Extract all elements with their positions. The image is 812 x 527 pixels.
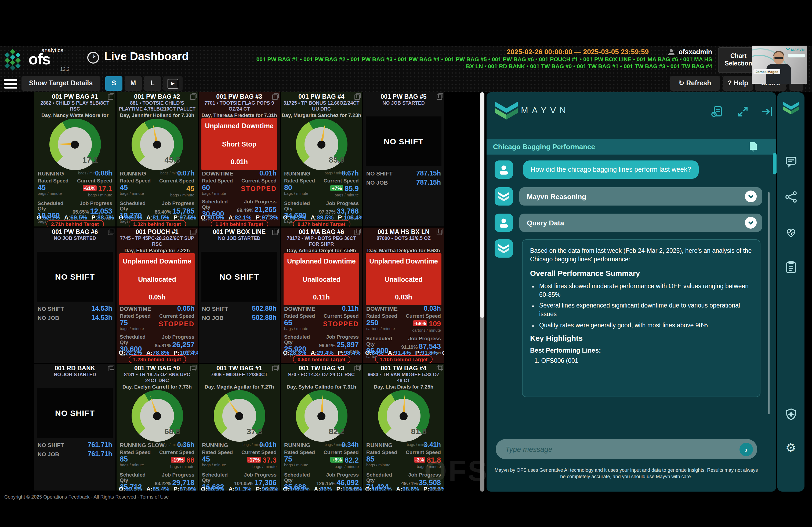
expand-panel-icon[interactable] [736,105,749,118]
rated-speed-unit: bags / minute [120,192,155,196]
tile-product: 7745 • TP 45PC-28.2OZ/6CT SUP RSC [118,236,196,247]
show-target-details-button[interactable]: Show Target Details [21,76,100,91]
downtime-duration: 0.03h [367,293,440,301]
mayvn-rail-logo-icon[interactable] [783,102,799,115]
tile-status-rows: RUNNING SLOW0.36h [120,441,194,450]
metric-rated-speed: Rated Speed 45 bags / minute [120,178,155,197]
downtime-duration: 0.05h [120,293,194,301]
job-progress-label: Job Progress [73,201,112,206]
gauge-hub [153,412,161,420]
downtime-duration: 0.01h [202,158,276,166]
send-button[interactable]: › [740,443,753,456]
slideshow-play-button[interactable]: ▶ [163,76,183,91]
refresh-button[interactable]: ↻ Refresh [670,76,720,91]
speed-gauge: 45.8 bags / minute [131,119,183,170]
behind-target-badge: 1.24h behind Target [211,220,268,226]
terms-of-use-link[interactable]: Terms of Use [140,494,169,500]
collapse-right-icon[interactable] [760,105,773,118]
tile-title: 001 PW BAG #6 [34,229,115,235]
mayvn-logo-icon [495,101,518,121]
oapq-metrics: O:146.9%A:86%P:105.8%Q:161.4% [281,483,362,491]
mayvn-icon-rail: ⚙ [777,92,804,492]
current-speed-label: Current Speed [316,450,359,455]
chat-input[interactable] [496,439,757,460]
tile-status-row: NO JOB761.71h [38,450,112,460]
mayvn-avatar [495,239,513,258]
user-menu[interactable]: ofsxadmin [668,48,712,56]
metric-rated-speed: Rated Speed 85 bags / minute [366,450,401,469]
response-bullet: Several lines experienced significant do… [539,301,752,318]
rated-speed-value: 75 [284,455,316,463]
mayvn-chevron-icon [786,48,790,51]
scheduled-qty-label: Scheduled Qty [120,472,155,483]
gauge-value: 85.9 [329,155,345,164]
clipboard-report-icon[interactable] [785,261,797,274]
presenter-glasses [774,57,783,59]
query-data-collapsible[interactable]: Query Data [519,214,762,232]
shield-icon[interactable] [784,408,797,421]
speed-gauge: 82.2 bags / minute [296,390,347,442]
chevron-down-icon[interactable] [745,217,757,229]
chat-scrollbar-thumb[interactable] [773,153,777,175]
downtime-type: Unplanned Downtime [120,258,194,265]
downtime-panel: Unplanned Downtime Short Stop 0.01h [201,118,277,170]
line-ticker: 001 PW BAG #1 • 001 PW BAG #2 • 001 PW B… [215,56,712,69]
chevron-down-icon[interactable] [745,191,757,202]
menu-icon[interactable] [4,79,17,89]
live-dashboard-screen: ofs analytics 12.2 Live Dashboard 2025-0… [0,0,812,527]
response-scrollbar[interactable] [768,192,770,414]
rated-speed-unit: bags / minute [284,192,319,196]
rated-speed-unit: bags / minute [120,327,155,331]
page-title: Live Dashboard [104,50,189,63]
help-button[interactable]: ? Help [723,76,753,91]
tile-product: 2862 • CHILD'S PLAY 5LB/8CT RSC [36,100,114,111]
tile-status-rows: RUNNING0.07h [120,169,194,179]
ofs-watermark: OFS [424,454,489,487]
health-heart-pulse-icon[interactable] [784,226,797,239]
downtime-reason: Unallocated [367,275,440,283]
rated-speed-label: Rated Speed [202,450,234,455]
brand-subtitle: analytics [41,47,63,53]
size-s-button[interactable]: S [105,76,122,91]
chat-icon[interactable] [784,155,797,168]
reasoning-collapsible[interactable]: Mayvn Reasoning [519,187,762,206]
date-range[interactable]: 2025-02-26 00:00:00 — 2025-03-05 23:59:5… [507,48,649,56]
line-tile: 001 TW BAG #3 970 • FC 14.37 OZ 24 CT RS… [281,364,362,491]
tile-shift: Day, Margarita Sanchez for 7.23h [281,112,362,118]
page-scrollbar-thumb[interactable] [480,92,484,318]
rated-speed-unit: bags / minute [202,463,234,467]
size-l-button[interactable]: L [144,76,161,91]
settings-gear-icon[interactable]: ⚙ [785,442,796,454]
rated-speed-value: 45 [38,183,73,192]
tile-product: 881 • TOOTSIE CHILD'S PLAYTIME 4.75LB/21… [118,100,196,111]
tile-status-rows: NO SHIFT787.15hNO JOB787.15h [366,169,441,188]
user-message-bubble: How did the chicago bagging lines perfor… [523,161,699,179]
tile-product: 7806 • MIDGEE 12/360CT [200,372,278,383]
line-tile: 001 PW BOX LINE NO JOB STARTED NO SHIFT … [199,228,280,363]
report-history-icon[interactable] [710,105,723,118]
mayvn-avatar [495,187,513,206]
tile-status-rows: DOWNTIME0.03h [366,305,441,314]
downtime-type: Unplanned Downtime [202,122,276,130]
job-progress-label: Job Progress [234,472,277,478]
workflow-network-icon[interactable] [784,191,797,204]
best-performing-label: Best Performing Lines: [530,346,752,354]
current-speed-unit: bags / minute [316,465,359,469]
clock-icon [87,51,99,64]
current-speed-value: 82.2 [345,456,359,464]
conversation-title-bar: Chicago Bagging Performance [487,139,776,154]
size-m-button[interactable]: M [125,76,142,91]
page-scrollbar[interactable] [480,92,484,492]
gauge-value: 17.1 [83,155,98,164]
speed-gauge: 37.3 bags / minute [214,390,265,442]
tile-status-rows: RUNNING0.34h [284,441,359,450]
bookmark-note-icon[interactable] [748,142,758,152]
rated-speed-label: Rated Speed [284,313,319,319]
current-speed-label: Current Speed [401,313,441,319]
job-progress-label: Job Progress [316,472,359,478]
tile-grid: 001 PW BAG #1 2862 • CHILD'S PLAY 5LB/8C… [34,92,444,491]
downtime-panel: Unplanned Downtime Unallocated 0.03h [366,253,441,305]
response-summary-heading: Overall Performance Summary [530,269,752,277]
metric-current-speed: Current Speed +7%85.9 bags / minute [319,178,359,197]
rated-speed-label: Rated Speed [120,313,155,319]
